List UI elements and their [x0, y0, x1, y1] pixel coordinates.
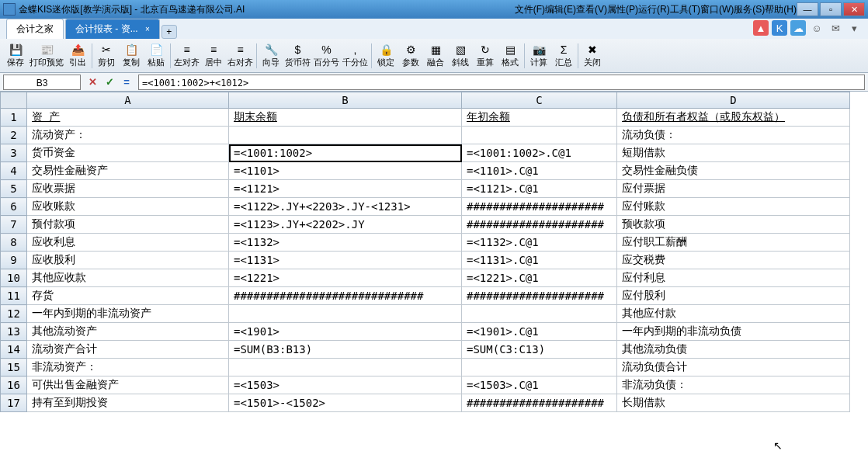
cell[interactable]: ##################### — [462, 394, 617, 412]
tray-icon-a[interactable]: ▲ — [753, 20, 769, 36]
cell[interactable] — [229, 127, 462, 144]
cell[interactable]: 负债和所有者权益（或股东权益） — [617, 109, 850, 127]
cell[interactable]: 其他应付款 — [617, 305, 850, 323]
cell[interactable]: =SUM(C3:C13) — [462, 341, 617, 359]
cell[interactable]: 持有至到期投资 — [27, 394, 229, 412]
cell[interactable] — [229, 359, 462, 376]
toolbar-align_right-button[interactable]: ≡右对齐 — [226, 41, 255, 70]
row-header[interactable]: 16 — [1, 376, 27, 394]
row-header[interactable]: 2 — [1, 127, 27, 144]
select-all-corner[interactable] — [1, 92, 27, 109]
toolbar-compute-button[interactable]: 📷计算 — [526, 41, 551, 70]
toolbar-close-button[interactable]: ✖关闭 — [580, 41, 605, 70]
row-header[interactable]: 8 — [1, 234, 27, 252]
cell[interactable]: 预付款项 — [27, 216, 229, 234]
cell[interactable]: 应付职工薪酬 — [617, 234, 850, 252]
toolbar-lock-button[interactable]: 🔒锁定 — [373, 41, 398, 70]
cell[interactable]: 应收账款 — [27, 198, 229, 216]
row-header[interactable]: 9 — [1, 252, 27, 269]
cell[interactable]: =<1121> — [229, 180, 462, 198]
row-header[interactable]: 11 — [1, 287, 27, 305]
cell[interactable]: ##################### — [462, 216, 617, 234]
cell[interactable]: =<1123>.JY+<2202>.JY — [229, 216, 462, 234]
tray-icon-f[interactable]: ▾ — [846, 20, 862, 36]
tab-home[interactable]: 会计之家 — [6, 19, 64, 39]
cell[interactable]: 应付账款 — [617, 198, 850, 216]
cell[interactable]: 应收股利 — [27, 252, 229, 269]
cell[interactable]: =<1101> — [229, 162, 462, 180]
formula-input[interactable]: =<1001:1002>+<1012> — [138, 75, 865, 90]
row-header[interactable]: 14 — [1, 341, 27, 359]
cell[interactable]: =<1501>-<1502> — [229, 394, 462, 412]
row-header[interactable]: 17 — [1, 394, 27, 412]
menu-tool[interactable]: 工具(T) — [670, 3, 700, 16]
cell[interactable]: 货币资金 — [27, 144, 229, 162]
menu-run[interactable]: 运行(R) — [638, 3, 670, 16]
cell[interactable] — [462, 305, 617, 323]
cell[interactable]: 应付票据 — [617, 180, 850, 198]
cell[interactable]: =<1101>.C@1 — [462, 162, 617, 180]
toolbar-recalc-button[interactable]: ↻重算 — [473, 41, 498, 70]
row-header[interactable]: 13 — [1, 323, 27, 341]
tab-report[interactable]: 会计报表 - 资... × — [65, 19, 160, 39]
cell[interactable]: 其他流动资产 — [27, 323, 229, 341]
cell[interactable]: 其他应收款 — [27, 269, 229, 287]
cell[interactable]: 可供出售金融资产 — [27, 376, 229, 394]
menu-edit[interactable]: 编辑(E) — [545, 3, 576, 16]
toolbar-export-button[interactable]: 📤引出 — [65, 41, 90, 70]
toolbar-diag-button[interactable]: ▧斜线 — [448, 41, 473, 70]
toolbar-merge-button[interactable]: ▦融合 — [423, 41, 448, 70]
toolbar-percent-button[interactable]: %百分号 — [312, 41, 341, 70]
cell[interactable]: =<1503> — [229, 376, 462, 394]
cell[interactable]: =<1901>.C@1 — [462, 323, 617, 341]
cell[interactable]: =<1132>.C@1 — [462, 234, 617, 252]
toolbar-format-button[interactable]: ▤格式 — [498, 41, 523, 70]
cell[interactable]: =<1221>.C@1 — [462, 269, 617, 287]
cell[interactable]: 年初余额 — [462, 109, 617, 127]
toolbar-currency-button[interactable]: $货币符 — [283, 41, 312, 70]
toolbar-save-button[interactable]: 💾保存 — [3, 41, 28, 70]
row-header[interactable]: 15 — [1, 359, 27, 376]
row-header[interactable]: 1 — [1, 109, 27, 127]
cell[interactable]: 一年内到期的非流动负债 — [617, 323, 850, 341]
cell[interactable]: 非流动负债： — [617, 376, 850, 394]
cell[interactable]: 长期借款 — [617, 394, 850, 412]
menu-view[interactable]: 查看(V) — [576, 3, 607, 16]
cell[interactable]: ##################### — [462, 198, 617, 216]
cell[interactable]: =<1503>.C@1 — [462, 376, 617, 394]
cell[interactable]: 资 产 — [27, 109, 229, 127]
toolbar-wizard-button[interactable]: 🔧向导 — [259, 41, 283, 70]
formula-cancel-button[interactable]: ✕ — [84, 75, 101, 90]
cell[interactable]: =<1132> — [229, 234, 462, 252]
tray-icon-b[interactable]: K — [772, 20, 787, 36]
toolbar-cut-button[interactable]: ✂剪切 — [94, 41, 119, 70]
cell[interactable]: =<1121>.C@1 — [462, 180, 617, 198]
formula-fx-button[interactable]: = — [118, 75, 135, 90]
cell[interactable]: 应付利息 — [617, 269, 850, 287]
cell[interactable]: 应交税费 — [617, 252, 850, 269]
col-header-A[interactable]: A — [27, 92, 229, 109]
toolbar-copy-button[interactable]: 📋复制 — [119, 41, 144, 70]
cell[interactable]: 流动负债： — [617, 127, 850, 144]
tray-icon-c[interactable]: ☁ — [790, 20, 806, 36]
tab-close-icon[interactable]: × — [145, 25, 150, 33]
row-header[interactable]: 3 — [1, 144, 27, 162]
cell[interactable]: 流动资产合计 — [27, 341, 229, 359]
cell[interactable]: 一年内到期的非流动资产 — [27, 305, 229, 323]
formula-confirm-button[interactable]: ✓ — [101, 75, 118, 90]
cell[interactable] — [462, 127, 617, 144]
tray-icon-d[interactable]: ☺ — [809, 20, 825, 36]
col-header-D[interactable]: D — [617, 92, 850, 109]
menu-help[interactable]: 帮助(H) — [765, 3, 797, 16]
toolbar-align_left-button[interactable]: ≡左对齐 — [172, 41, 201, 70]
cell[interactable] — [462, 359, 617, 376]
cell[interactable]: =<1131>.C@1 — [462, 252, 617, 269]
toolbar-align_center-button[interactable]: ≡居中 — [201, 41, 226, 70]
cell[interactable]: ##################### — [462, 287, 617, 305]
cell[interactable]: 非流动资产： — [27, 359, 229, 376]
col-header-C[interactable]: C — [462, 92, 617, 109]
cell[interactable]: 期末余额 — [229, 109, 462, 127]
cell[interactable]: =<1001:1002>.C@1 — [462, 144, 617, 162]
tray-icon-e[interactable]: ✉ — [828, 20, 843, 36]
row-header[interactable]: 10 — [1, 269, 27, 287]
